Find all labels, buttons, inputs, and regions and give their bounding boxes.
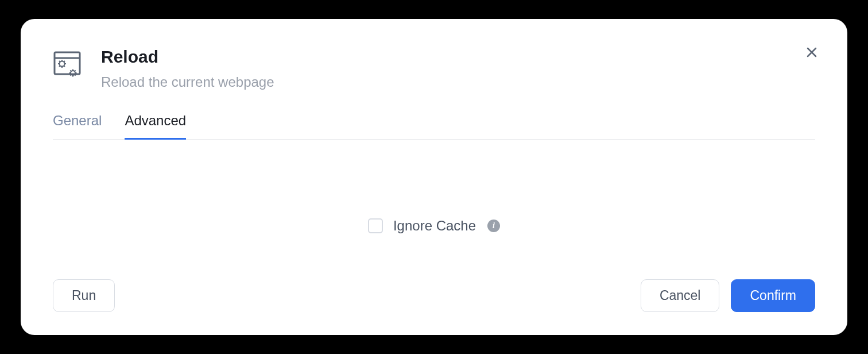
svg-line-11 <box>59 66 60 67</box>
modal-footer: Run Cancel Confirm <box>53 279 815 312</box>
close-button[interactable] <box>804 44 820 60</box>
footer-right: Cancel Confirm <box>641 279 815 312</box>
ignore-cache-row: Ignore Cache i <box>368 172 500 279</box>
cancel-button[interactable]: Cancel <box>641 279 720 312</box>
tab-general[interactable]: General <box>53 113 102 140</box>
svg-line-21 <box>75 70 76 71</box>
modal-subtitle: Reload the current webpage <box>101 73 815 91</box>
svg-line-12 <box>64 61 65 62</box>
header-text: Reload Reload the current webpage <box>101 47 815 91</box>
ignore-cache-checkbox[interactable] <box>368 218 383 233</box>
ignore-cache-label[interactable]: Ignore Cache <box>393 218 476 234</box>
modal-title: Reload <box>101 47 815 67</box>
confirm-button[interactable]: Confirm <box>731 279 815 312</box>
svg-line-20 <box>70 75 71 76</box>
svg-line-19 <box>75 75 76 76</box>
info-icon[interactable]: i <box>487 220 500 232</box>
reload-window-icon <box>53 49 85 81</box>
reload-modal: Reload Reload the current webpage Genera… <box>21 19 847 335</box>
svg-line-18 <box>70 70 71 71</box>
run-button[interactable]: Run <box>53 279 115 312</box>
tab-advanced[interactable]: Advanced <box>125 113 186 140</box>
svg-point-4 <box>60 61 65 67</box>
svg-line-9 <box>59 61 60 62</box>
svg-line-10 <box>64 66 65 67</box>
modal-content: Ignore Cache i <box>53 167 815 279</box>
close-icon <box>805 45 819 59</box>
modal-header: Reload Reload the current webpage <box>53 47 815 91</box>
tabs: General Advanced <box>53 113 815 140</box>
